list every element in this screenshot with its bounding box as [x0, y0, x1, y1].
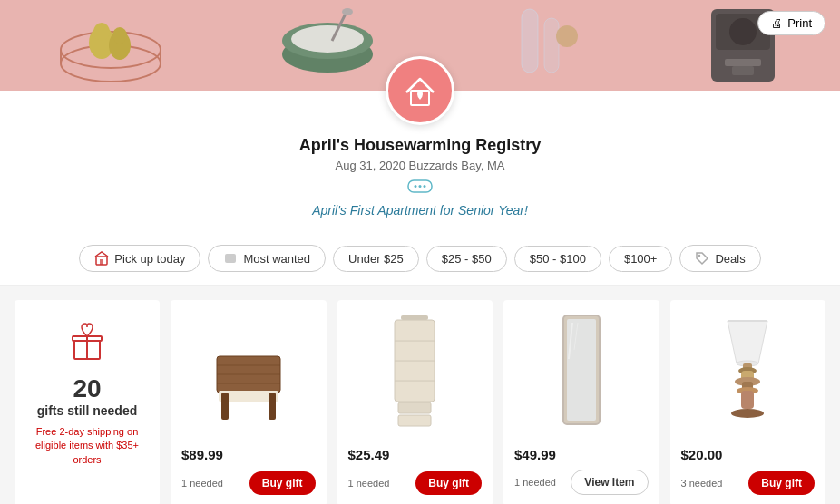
printer-icon: 🖨	[771, 16, 783, 30]
svg-point-29	[698, 255, 700, 257]
registry-title: April's Housewarming Registry	[18, 136, 822, 155]
svg-point-10	[291, 25, 364, 53]
svg-rect-37	[269, 393, 276, 420]
filter-bar: Pick up today Most wanted Under $25 $25 …	[0, 234, 840, 286]
svg-point-23	[415, 185, 417, 188]
buy-gift-button-1[interactable]: Buy gift	[249, 471, 316, 495]
svg-rect-27	[100, 259, 103, 265]
main-content: 20 gifts still needed Free 2-day shippin…	[0, 286, 840, 504]
product-footer-4: 3 needed Buy gift	[681, 471, 816, 495]
svg-point-18	[729, 18, 757, 45]
product-price-1: $89.99	[181, 447, 223, 462]
filter-50-100[interactable]: $50 - $100	[514, 246, 601, 272]
registry-date: Aug 31, 2020 Buzzards Bay, MA	[18, 159, 822, 172]
svg-rect-46	[398, 402, 431, 413]
svg-point-25	[424, 185, 426, 188]
product-image-1	[181, 311, 316, 438]
gifts-needed-label: gifts still needed	[37, 403, 137, 418]
filter-100-plus[interactable]: $100+	[609, 246, 673, 272]
shipping-note: Free 2-day shipping on eligible items wi…	[29, 425, 145, 467]
chat-icon-wrap	[18, 179, 822, 196]
product-card-4: $20.00 3 needed Buy gift	[670, 300, 826, 504]
house-heart-icon	[402, 73, 438, 109]
product-price-3: $49.99	[514, 447, 556, 462]
svg-rect-41	[401, 315, 428, 320]
star-icon	[223, 251, 238, 266]
product-card-3: $49.99 1 needed View Item	[503, 300, 659, 504]
product-needed-2: 1 needed	[348, 478, 390, 489]
product-price-4: $20.00	[681, 447, 723, 462]
gift-icon	[65, 318, 109, 365]
filter-100-plus-label: $100+	[624, 252, 658, 266]
filter-most-wanted[interactable]: Most wanted	[208, 245, 326, 272]
product-needed-3: 1 needed	[514, 477, 556, 488]
svg-point-15	[556, 25, 578, 47]
product-price-2: $25.49	[348, 447, 390, 462]
filter-pick-up-today[interactable]: Pick up today	[79, 245, 200, 272]
filter-under-25[interactable]: Under $25	[333, 246, 419, 272]
product-footer-1: 1 needed Buy gift	[181, 471, 316, 495]
filter-most-wanted-label: Most wanted	[243, 252, 310, 266]
print-label: Print	[787, 16, 812, 30]
filter-deals[interactable]: Deals	[679, 245, 760, 272]
svg-point-61	[731, 409, 764, 418]
product-svg-2	[378, 314, 451, 436]
store-icon	[94, 251, 109, 266]
filter-under-25-label: Under $25	[348, 252, 404, 266]
gift-count: 20	[73, 374, 101, 403]
product-footer-2: 1 needed Buy gift	[348, 471, 483, 495]
tag-icon	[695, 251, 709, 266]
product-svg-1	[199, 315, 298, 433]
product-svg-3	[545, 314, 618, 436]
chat-icon	[407, 179, 433, 196]
filter-pick-up-today-label: Pick up today	[114, 252, 185, 266]
product-card-1: $89.99 1 needed Buy gift	[171, 300, 327, 504]
svg-point-7	[112, 27, 127, 44]
registry-icon-wrap	[0, 56, 840, 125]
registry-info: April's Housewarming Registry Aug 31, 20…	[0, 125, 840, 234]
buy-gift-button-4[interactable]: Buy gift	[748, 471, 815, 495]
product-needed-1: 1 needed	[181, 478, 223, 489]
svg-rect-36	[221, 393, 229, 420]
svg-point-12	[342, 8, 353, 15]
product-svg-4	[702, 314, 793, 436]
filter-50-100-label: $50 - $100	[530, 252, 586, 266]
filter-25-50[interactable]: $25 - $50	[426, 246, 507, 272]
svg-point-5	[93, 23, 110, 41]
product-image-3	[514, 311, 649, 438]
buy-gift-button-2[interactable]: Buy gift	[415, 471, 482, 495]
product-needed-4: 3 needed	[681, 478, 723, 489]
svg-point-24	[419, 185, 422, 188]
product-image-4	[681, 311, 816, 438]
product-card-2: $25.49 1 needed Buy gift	[337, 300, 493, 504]
products-grid: $89.99 1 needed Buy gift	[171, 300, 825, 504]
svg-rect-47	[398, 415, 431, 426]
product-footer-3: 1 needed View Item	[514, 470, 649, 495]
view-item-button-3[interactable]: View Item	[571, 470, 648, 495]
filter-25-50-label: $25 - $50	[442, 252, 492, 266]
registry-icon-section: April's Housewarming Registry Aug 31, 20…	[0, 56, 840, 286]
product-image-2	[348, 311, 483, 438]
print-button[interactable]: 🖨 Print	[757, 11, 825, 35]
registry-icon-circle	[386, 56, 454, 125]
svg-rect-28	[225, 254, 236, 263]
gifts-sidebar: 20 gifts still needed Free 2-day shippin…	[15, 300, 160, 504]
svg-rect-60	[741, 391, 754, 409]
registry-tagline: April's First Apartment for Senior Year!	[18, 203, 822, 218]
filter-deals-label: Deals	[715, 252, 745, 266]
